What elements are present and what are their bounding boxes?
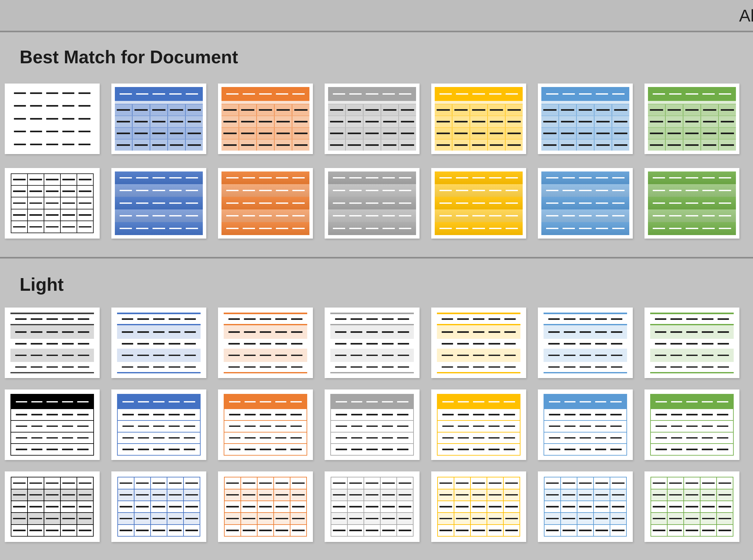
table-style-thumbnail-light-shading-gold[interactable] — [431, 307, 526, 378]
dash — [504, 318, 516, 320]
dash — [62, 118, 74, 120]
thumb-cell — [115, 104, 132, 116]
dash — [508, 121, 521, 122]
table-style-thumbnail-light-grid-light_blue[interactable] — [538, 472, 633, 542]
table-style-thumbnail-grid4-gray[interactable] — [325, 83, 420, 154]
table-style-thumbnail-light-shading-light_blue[interactable] — [538, 307, 633, 378]
dash — [596, 133, 610, 134]
table-style-thumbnail-dark-bands-blue[interactable] — [111, 168, 206, 239]
thumb-cell — [44, 477, 60, 488]
dash — [506, 93, 518, 95]
table-style-thumbnail-grid4-light_blue[interactable] — [538, 83, 633, 154]
table-style-thumbnail-grid4-green[interactable] — [645, 83, 739, 154]
dash — [153, 343, 164, 344]
table-style-thumbnail-light-shading-green[interactable] — [645, 307, 739, 378]
table-style-thumbnail-light-list-blue[interactable] — [111, 389, 206, 460]
table-style-thumbnail-light-list-green[interactable] — [645, 389, 739, 460]
table-style-thumbnail-dark-bands-green[interactable] — [645, 168, 739, 239]
dash — [29, 494, 42, 496]
table-style-thumbnail-light-list-black[interactable] — [5, 389, 100, 460]
dash — [668, 133, 681, 134]
dash — [290, 437, 302, 439]
thumb-cell — [331, 501, 347, 512]
dash — [62, 425, 74, 427]
dash — [31, 437, 43, 439]
table-style-thumbnail-dark-bands-orange[interactable] — [218, 168, 313, 239]
dash — [610, 414, 622, 415]
thumb-bottom-rule — [330, 372, 414, 374]
table-style-thumbnail-table-grid-black[interactable] — [5, 168, 100, 239]
dash — [188, 109, 201, 111]
dash — [382, 425, 393, 427]
thumb-subheader-strip — [115, 101, 203, 104]
table-style-thumbnail-grid4-gold[interactable] — [431, 83, 526, 154]
table-style-thumbnail-grid4-blue[interactable] — [111, 83, 206, 154]
dash — [610, 437, 622, 439]
dash — [120, 215, 132, 216]
thumb-cell — [60, 174, 77, 185]
table-style-thumbnail-dark-bands-light_blue[interactable] — [538, 168, 633, 239]
dash — [685, 133, 698, 134]
dash — [185, 506, 198, 507]
thumb-body-row — [541, 104, 629, 116]
dash — [454, 121, 468, 122]
thumb-cell — [150, 525, 167, 536]
table-style-thumbnail-light-grid-orange[interactable] — [218, 472, 313, 542]
table-style-thumbnail-light-list-light_blue[interactable] — [538, 389, 633, 460]
dash — [259, 109, 272, 111]
dash — [457, 331, 469, 333]
dash — [153, 448, 164, 450]
dash — [506, 228, 518, 229]
header-dash-row — [541, 93, 629, 95]
thumb-cell — [505, 128, 523, 139]
table-style-thumbnail-light-shading-gray[interactable] — [325, 307, 420, 378]
thumb-cell — [12, 501, 27, 512]
table-style-thumbnail-light-shading-orange[interactable] — [218, 307, 313, 378]
thumb-cell — [545, 501, 560, 512]
dash — [686, 318, 698, 320]
dash — [506, 177, 518, 178]
dash — [397, 414, 408, 415]
table-style-thumbnail-dark-bands-gray[interactable] — [325, 168, 420, 239]
thumb-plain-row — [437, 339, 521, 349]
dash — [349, 529, 362, 531]
table-style-thumbnail-light-list-gray[interactable] — [325, 389, 420, 460]
thumb-body-row — [12, 185, 93, 197]
dash — [46, 131, 58, 132]
thumb-body-row — [11, 409, 93, 420]
row-dash-row — [437, 414, 520, 415]
table-style-thumbnail-light-grid-gray[interactable] — [325, 472, 420, 542]
dash — [612, 202, 625, 204]
dash — [152, 518, 165, 520]
dash — [186, 93, 198, 95]
dash — [229, 448, 241, 450]
dash — [473, 318, 484, 320]
table-style-thumbnail-plain[interactable] — [5, 83, 100, 154]
table-style-thumbnail-light-list-orange[interactable] — [218, 389, 313, 460]
thumb-body-row — [651, 489, 733, 501]
table-style-thumbnail-light-grid-blue[interactable] — [111, 472, 206, 542]
thumb-body-row — [437, 420, 520, 432]
thumb-cell — [716, 489, 733, 501]
thumb-shaded-band — [330, 349, 414, 362]
dash — [563, 518, 575, 520]
thumb-table — [11, 477, 94, 537]
table-style-thumbnail-light-shading-dark_gray[interactable] — [5, 307, 100, 378]
table-style-thumbnail-dark-bands-gold[interactable] — [431, 168, 526, 239]
row-dash-row — [11, 318, 94, 320]
table-style-thumbnail-light-grid-black[interactable] — [5, 472, 100, 542]
dash — [383, 215, 395, 216]
table-style-thumbnail-light-grid-gold[interactable] — [431, 472, 526, 542]
section-title-light: Light — [0, 259, 753, 295]
thumb-shaded-band — [544, 325, 627, 339]
row-dash-row — [650, 366, 734, 368]
dash — [77, 414, 88, 415]
table-style-thumbnail-light-grid-green[interactable] — [645, 472, 739, 542]
dash — [436, 109, 450, 111]
table-style-thumbnail-grid4-orange[interactable] — [218, 83, 313, 154]
dash — [456, 518, 469, 520]
dash — [488, 366, 500, 368]
dash — [350, 355, 362, 356]
table-style-thumbnail-light-shading-blue[interactable] — [111, 307, 206, 378]
table-style-thumbnail-light-list-gold[interactable] — [431, 389, 526, 460]
